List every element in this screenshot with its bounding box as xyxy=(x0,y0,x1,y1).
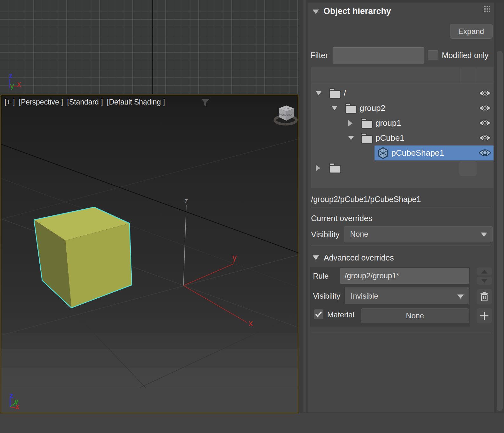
panel-menu-dots-icon[interactable] xyxy=(483,6,490,12)
application-window: z y x xyxy=(0,0,504,433)
collapsed-arrow-icon[interactable] xyxy=(316,165,320,171)
top-viewport-axis-line xyxy=(152,0,153,94)
tree-row-unnamed[interactable] xyxy=(311,160,494,175)
object-hierarchy-panel: Object hierarchy Expand Filter Modified … xyxy=(308,3,494,412)
move-up-button[interactable] xyxy=(477,267,492,275)
axis-z-label: z xyxy=(10,391,13,400)
current-overrides-heading: Current overrides xyxy=(311,214,372,223)
view-cube-gizmo: TOP FRONT RIGHT xyxy=(274,105,298,125)
plus-icon xyxy=(480,311,489,321)
panel-collapse-arrow[interactable] xyxy=(313,10,319,14)
add-override-button[interactable] xyxy=(477,308,492,323)
folder-icon xyxy=(361,118,373,129)
viewport-header-label[interactable]: [+ ] [Perspective ] [Standard ] [Default… xyxy=(4,98,165,106)
panel-splitter-handle[interactable] xyxy=(303,0,306,412)
scene-canvas: z y x xyxy=(1,95,298,413)
filter-label: Filter xyxy=(310,51,328,60)
tree-row-pcube1[interactable]: pCube1 xyxy=(311,131,494,145)
filter-input[interactable] xyxy=(333,47,424,64)
scene-x-label: x xyxy=(249,318,253,328)
visibility-eye-icon[interactable] xyxy=(479,104,491,112)
mesh-shape-icon xyxy=(377,147,389,159)
hierarchy-tree: / group2 xyxy=(311,67,494,188)
filter-funnel-icon[interactable] xyxy=(201,98,210,107)
top-viewport[interactable] xyxy=(0,0,299,94)
visibility-dropdown-value: None xyxy=(350,227,368,242)
tree-row-group1[interactable]: group1 xyxy=(311,116,494,131)
material-none-button[interactable]: None xyxy=(361,308,469,323)
tree-column-header xyxy=(311,67,494,83)
selected-cube xyxy=(34,207,132,308)
tree-row-label: group1 xyxy=(375,116,401,131)
visibility-eye-icon[interactable] xyxy=(479,149,491,157)
chevron-down-icon xyxy=(457,294,464,299)
advanced-overrides-collapse-arrow[interactable] xyxy=(313,255,319,260)
expand-arrow-icon[interactable] xyxy=(332,106,337,110)
selected-path: /group2/pCube1/pCubeShape1 xyxy=(311,195,421,204)
folder-icon xyxy=(361,133,373,144)
axis-z-label: z xyxy=(9,71,13,80)
trash-icon xyxy=(480,292,489,301)
modified-only-checkbox[interactable] xyxy=(428,50,438,60)
visibility-eye-icon[interactable] xyxy=(479,134,491,142)
viewport-render-area[interactable]: z y x xyxy=(1,95,298,413)
advanced-overrides-box: Rule /group2/group1* Visibility Invisibl… xyxy=(310,267,470,327)
scene-z-label: z xyxy=(184,197,188,205)
modified-only-label: Modified only xyxy=(442,51,488,60)
material-checkbox[interactable] xyxy=(314,309,323,319)
axis-x-label: x xyxy=(17,79,21,88)
material-label: Material xyxy=(327,310,354,319)
visibility-override-dropdown[interactable]: Invisible xyxy=(345,288,469,304)
delete-override-button[interactable] xyxy=(477,289,492,304)
visibility-eye-icon[interactable] xyxy=(479,89,491,97)
bottom-strip xyxy=(0,413,504,433)
expand-button[interactable]: Expand xyxy=(450,24,493,39)
down-arrow-icon xyxy=(481,279,487,283)
scene-y-label: y xyxy=(232,253,237,262)
axis-x-label: x xyxy=(16,402,19,409)
viewport-bottom-strip: z y x xyxy=(1,388,298,413)
rule-label: Rule xyxy=(313,272,328,281)
panel-scrollbar-thumb[interactable] xyxy=(497,51,503,411)
tree-row-label: pCubeShape1 xyxy=(391,145,444,160)
tree-row-label: group2 xyxy=(360,101,385,116)
expand-arrow-icon[interactable] xyxy=(348,136,354,140)
tree-row-pcubeshape1[interactable]: pCubeShape1 xyxy=(311,145,494,160)
expand-arrow-icon[interactable] xyxy=(316,91,322,95)
advanced-overrides-heading: Advanced overrides xyxy=(324,253,394,262)
chevron-down-icon xyxy=(481,233,487,237)
tree-row-group2[interactable]: group2 xyxy=(311,101,494,116)
perspective-axis-indicator: z y x xyxy=(9,390,23,409)
tree-row-label: pCube1 xyxy=(375,131,404,145)
x-axis-line xyxy=(183,286,247,322)
panel-title: Object hierarchy xyxy=(323,6,391,16)
perspective-viewport[interactable]: z y x xyxy=(1,95,298,413)
top-viewport-axis-indicator: z y x xyxy=(7,71,27,90)
y-axis-line xyxy=(183,264,234,286)
visibility-dropdown[interactable]: None xyxy=(344,226,493,242)
axis-y-label: y xyxy=(10,81,14,90)
view-cube-top-label: TOP xyxy=(284,107,289,110)
visibility-override-label: Visibility xyxy=(313,292,340,301)
folder-icon xyxy=(345,103,357,114)
up-arrow-icon xyxy=(481,270,487,274)
move-down-button[interactable] xyxy=(477,277,492,285)
tree-row-root[interactable]: / xyxy=(311,86,494,101)
empty-visibility-cell[interactable] xyxy=(459,161,477,176)
collapsed-arrow-icon[interactable] xyxy=(348,120,353,126)
rule-input[interactable]: /group2/group1* xyxy=(340,268,469,284)
folder-icon xyxy=(329,88,341,99)
tree-row-label: / xyxy=(344,86,346,101)
checkmark-icon xyxy=(314,309,323,319)
visibility-eye-icon[interactable] xyxy=(479,119,491,127)
folder-icon xyxy=(329,163,341,173)
visibility-override-value: Invisible xyxy=(351,288,378,304)
visibility-label: Visibility xyxy=(311,230,340,239)
